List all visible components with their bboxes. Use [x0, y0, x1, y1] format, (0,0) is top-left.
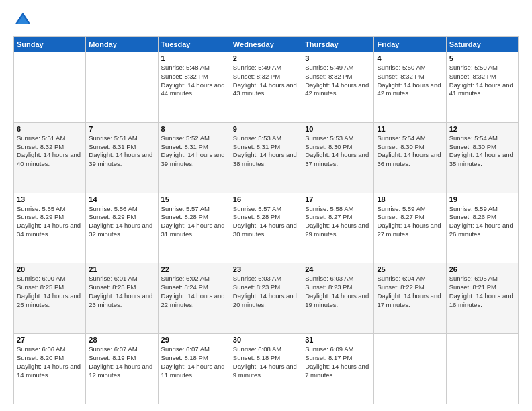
- day-number: 7: [89, 125, 154, 133]
- calendar-cell: 19Sunrise: 5:59 AMSunset: 8:26 PMDayligh…: [446, 193, 518, 263]
- calendar-cell: 23Sunrise: 6:03 AMSunset: 8:23 PMDayligh…: [230, 263, 302, 334]
- day-number: 30: [233, 336, 299, 344]
- day-info: Sunrise: 5:56 AMSunset: 8:29 PMDaylight:…: [89, 205, 154, 239]
- day-number: 17: [305, 195, 371, 203]
- page-header: [13, 11, 519, 30]
- calendar-cell: 11Sunrise: 5:54 AMSunset: 8:30 PMDayligh…: [374, 122, 446, 193]
- day-number: 23: [233, 265, 299, 273]
- day-info: Sunrise: 6:04 AMSunset: 8:22 PMDaylight:…: [377, 275, 443, 309]
- day-info: Sunrise: 5:53 AMSunset: 8:30 PMDaylight:…: [305, 134, 371, 169]
- day-info: Sunrise: 6:07 AMSunset: 8:19 PMDaylight:…: [89, 345, 154, 379]
- day-number: 11: [377, 125, 443, 133]
- day-number: 28: [89, 336, 154, 344]
- day-number: 22: [161, 265, 227, 273]
- day-info: Sunrise: 6:06 AMSunset: 8:20 PMDaylight:…: [17, 345, 83, 379]
- header-tuesday: Tuesday: [158, 37, 230, 52]
- day-info: Sunrise: 5:54 AMSunset: 8:30 PMDaylight:…: [377, 134, 443, 169]
- day-number: 27: [17, 336, 83, 344]
- week-row-1: 6Sunrise: 5:51 AMSunset: 8:32 PMDaylight…: [14, 122, 519, 193]
- header-wednesday: Wednesday: [230, 37, 302, 52]
- day-number: 1: [161, 54, 227, 62]
- day-number: 18: [377, 195, 443, 203]
- day-info: Sunrise: 6:03 AMSunset: 8:23 PMDaylight:…: [305, 275, 371, 309]
- day-number: 6: [17, 125, 83, 133]
- calendar-cell: [14, 52, 86, 123]
- header-friday: Friday: [374, 37, 446, 52]
- calendar-cell: 18Sunrise: 5:59 AMSunset: 8:27 PMDayligh…: [374, 193, 446, 263]
- day-info: Sunrise: 5:48 AMSunset: 8:32 PMDaylight:…: [161, 64, 227, 98]
- day-info: Sunrise: 5:50 AMSunset: 8:32 PMDaylight:…: [377, 64, 443, 98]
- day-info: Sunrise: 5:54 AMSunset: 8:30 PMDaylight:…: [449, 134, 515, 169]
- calendar-cell: 27Sunrise: 6:06 AMSunset: 8:20 PMDayligh…: [14, 334, 86, 404]
- week-row-2: 13Sunrise: 5:55 AMSunset: 8:29 PMDayligh…: [14, 193, 519, 263]
- day-info: Sunrise: 5:51 AMSunset: 8:32 PMDaylight:…: [17, 134, 83, 169]
- header-saturday: Saturday: [446, 37, 518, 52]
- day-number: 16: [233, 195, 299, 203]
- calendar-cell: 28Sunrise: 6:07 AMSunset: 8:19 PMDayligh…: [86, 334, 158, 404]
- calendar-cell: 22Sunrise: 6:02 AMSunset: 8:24 PMDayligh…: [158, 263, 230, 334]
- day-number: 15: [161, 195, 227, 203]
- calendar-cell: [446, 334, 518, 404]
- calendar-cell: 16Sunrise: 5:57 AMSunset: 8:28 PMDayligh…: [230, 193, 302, 263]
- calendar-cell: 3Sunrise: 5:49 AMSunset: 8:32 PMDaylight…: [302, 52, 374, 123]
- day-number: 13: [17, 195, 83, 203]
- day-number: 5: [449, 54, 515, 62]
- calendar-cell: 10Sunrise: 5:53 AMSunset: 8:30 PMDayligh…: [302, 122, 374, 193]
- day-info: Sunrise: 5:50 AMSunset: 8:32 PMDaylight:…: [449, 64, 515, 98]
- calendar-cell: 9Sunrise: 5:53 AMSunset: 8:31 PMDaylight…: [230, 122, 302, 193]
- day-number: 31: [305, 336, 371, 344]
- calendar-cell: 17Sunrise: 5:58 AMSunset: 8:27 PMDayligh…: [302, 193, 374, 263]
- calendar-cell: 30Sunrise: 6:08 AMSunset: 8:18 PMDayligh…: [230, 334, 302, 404]
- day-info: Sunrise: 5:55 AMSunset: 8:29 PMDaylight:…: [17, 205, 83, 239]
- calendar-cell: 5Sunrise: 5:50 AMSunset: 8:32 PMDaylight…: [446, 52, 518, 123]
- calendar-cell: 25Sunrise: 6:04 AMSunset: 8:22 PMDayligh…: [374, 263, 446, 334]
- day-info: Sunrise: 6:07 AMSunset: 8:18 PMDaylight:…: [161, 345, 227, 379]
- calendar-cell: 2Sunrise: 5:49 AMSunset: 8:32 PMDaylight…: [230, 52, 302, 123]
- day-info: Sunrise: 5:58 AMSunset: 8:27 PMDaylight:…: [305, 205, 371, 239]
- calendar-cell: 12Sunrise: 5:54 AMSunset: 8:30 PMDayligh…: [446, 122, 518, 193]
- day-info: Sunrise: 5:51 AMSunset: 8:31 PMDaylight:…: [89, 134, 154, 169]
- week-row-0: 1Sunrise: 5:48 AMSunset: 8:32 PMDaylight…: [14, 52, 519, 123]
- day-number: 14: [89, 195, 154, 203]
- calendar-cell: 24Sunrise: 6:03 AMSunset: 8:23 PMDayligh…: [302, 263, 374, 334]
- day-info: Sunrise: 5:49 AMSunset: 8:32 PMDaylight:…: [305, 64, 371, 98]
- day-info: Sunrise: 5:57 AMSunset: 8:28 PMDaylight:…: [161, 205, 227, 239]
- header-thursday: Thursday: [302, 37, 374, 52]
- day-info: Sunrise: 6:09 AMSunset: 8:17 PMDaylight:…: [305, 345, 371, 379]
- day-number: 9: [233, 125, 299, 133]
- calendar-cell: 4Sunrise: 5:50 AMSunset: 8:32 PMDaylight…: [374, 52, 446, 123]
- calendar-header-row: SundayMondayTuesdayWednesdayThursdayFrid…: [14, 37, 519, 52]
- day-number: 26: [449, 265, 515, 273]
- calendar-cell: 29Sunrise: 6:07 AMSunset: 8:18 PMDayligh…: [158, 334, 230, 404]
- header-monday: Monday: [86, 37, 158, 52]
- day-info: Sunrise: 6:05 AMSunset: 8:21 PMDaylight:…: [449, 275, 515, 309]
- day-info: Sunrise: 5:59 AMSunset: 8:27 PMDaylight:…: [377, 205, 443, 239]
- logo-icon: [13, 11, 32, 30]
- calendar-cell: [374, 334, 446, 404]
- calendar-cell: 1Sunrise: 5:48 AMSunset: 8:32 PMDaylight…: [158, 52, 230, 123]
- logo: [13, 11, 35, 30]
- calendar-cell: 20Sunrise: 6:00 AMSunset: 8:25 PMDayligh…: [14, 263, 86, 334]
- day-info: Sunrise: 6:08 AMSunset: 8:18 PMDaylight:…: [233, 345, 299, 379]
- calendar-table: SundayMondayTuesdayWednesdayThursdayFrid…: [13, 36, 519, 404]
- calendar-cell: 7Sunrise: 5:51 AMSunset: 8:31 PMDaylight…: [86, 122, 158, 193]
- day-info: Sunrise: 6:03 AMSunset: 8:23 PMDaylight:…: [233, 275, 299, 309]
- day-number: 3: [305, 54, 371, 62]
- week-row-3: 20Sunrise: 6:00 AMSunset: 8:25 PMDayligh…: [14, 263, 519, 334]
- day-number: 25: [377, 265, 443, 273]
- day-number: 4: [377, 54, 443, 62]
- day-number: 12: [449, 125, 515, 133]
- header-sunday: Sunday: [14, 37, 86, 52]
- calendar-cell: 26Sunrise: 6:05 AMSunset: 8:21 PMDayligh…: [446, 263, 518, 334]
- day-info: Sunrise: 5:59 AMSunset: 8:26 PMDaylight:…: [449, 205, 515, 239]
- calendar-cell: 6Sunrise: 5:51 AMSunset: 8:32 PMDaylight…: [14, 122, 86, 193]
- day-info: Sunrise: 5:53 AMSunset: 8:31 PMDaylight:…: [233, 134, 299, 169]
- day-number: 21: [89, 265, 154, 273]
- day-number: 2: [233, 54, 299, 62]
- day-number: 19: [449, 195, 515, 203]
- calendar-cell: 21Sunrise: 6:01 AMSunset: 8:25 PMDayligh…: [86, 263, 158, 334]
- calendar-cell: [86, 52, 158, 123]
- calendar-body: 1Sunrise: 5:48 AMSunset: 8:32 PMDaylight…: [14, 52, 519, 404]
- day-number: 10: [305, 125, 371, 133]
- day-info: Sunrise: 5:49 AMSunset: 8:32 PMDaylight:…: [233, 64, 299, 98]
